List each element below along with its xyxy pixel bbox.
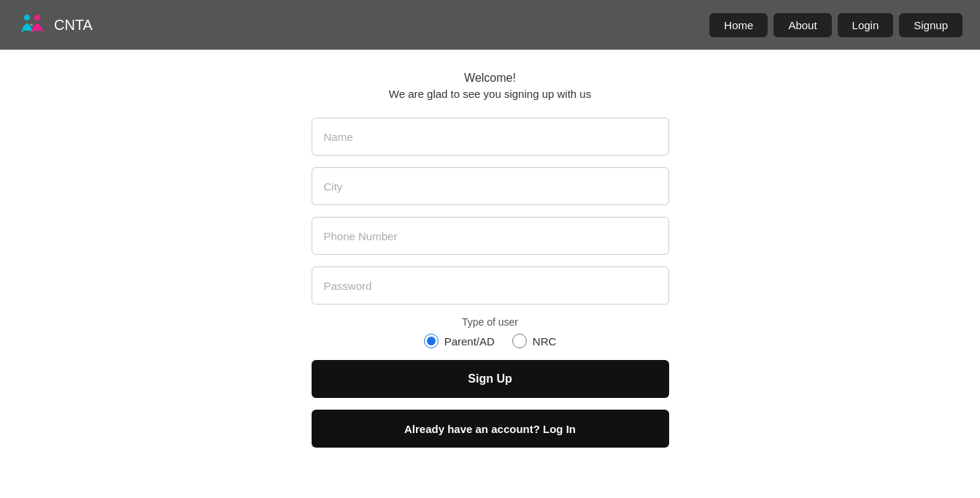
nav-home-button[interactable]: Home (709, 13, 768, 37)
welcome-section: Welcome! We are glad to see you signing … (389, 72, 591, 100)
main-content: Welcome! We are glad to see you signing … (0, 50, 980, 448)
svg-line-1 (22, 26, 24, 32)
name-input[interactable] (312, 118, 669, 156)
phone-input[interactable] (312, 217, 669, 255)
user-type-group: Type of user Parent/AD NRC (312, 316, 669, 348)
nav-signup-button[interactable]: Signup (899, 13, 962, 37)
login-redirect-button[interactable]: Already have an account? Log In (312, 410, 669, 448)
nav-login-button[interactable]: Login (838, 13, 894, 37)
radio-options: Parent/AD NRC (424, 334, 557, 348)
svg-line-5 (40, 26, 42, 32)
svg-point-0 (24, 15, 30, 20)
welcome-subtitle: We are glad to see you signing up with u… (389, 88, 591, 100)
svg-line-4 (32, 26, 34, 32)
radio-nrc-input[interactable] (512, 334, 527, 348)
radio-nrc-label[interactable]: NRC (512, 334, 557, 348)
brand-icon (18, 10, 47, 39)
password-input[interactable] (312, 267, 669, 304)
city-input[interactable] (312, 167, 669, 205)
nav-buttons: Home About Login Signup (709, 13, 962, 37)
user-type-label: Type of user (462, 316, 518, 328)
welcome-title: Welcome! (389, 72, 591, 85)
navbar: CNTA Home About Login Signup (0, 0, 980, 50)
radio-parent-text: Parent/AD (444, 335, 495, 348)
radio-parent-label[interactable]: Parent/AD (424, 334, 495, 348)
brand: CNTA (18, 10, 93, 39)
signup-button[interactable]: Sign Up (312, 360, 669, 398)
radio-parent-input[interactable] (424, 334, 439, 348)
radio-nrc-text: NRC (533, 335, 557, 348)
signup-form: Type of user Parent/AD NRC Sign Up Alrea… (312, 118, 669, 448)
brand-name: CNTA (54, 17, 93, 34)
svg-point-3 (34, 15, 40, 20)
nav-about-button[interactable]: About (773, 13, 831, 37)
